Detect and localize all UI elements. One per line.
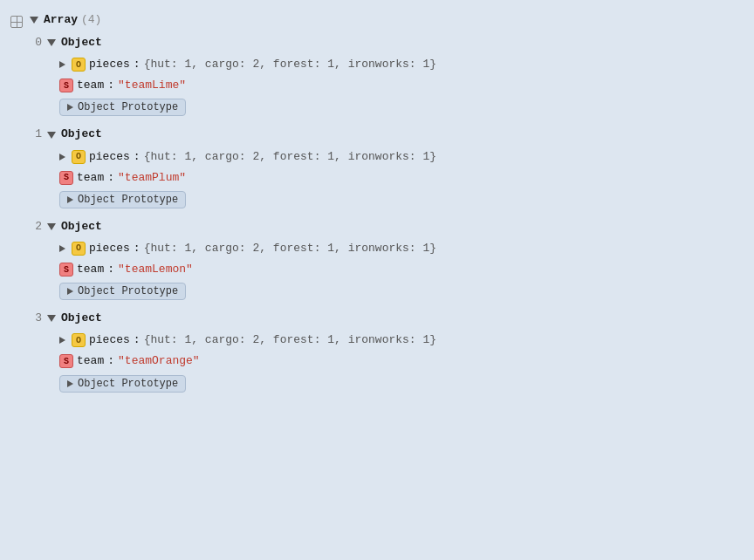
object-badge-3-pieces: O	[72, 333, 86, 347]
team-value-3: "teamOrange"	[118, 352, 200, 371]
array-header[interactable]: Array (4)	[10, 9, 744, 31]
prototype-btn-0[interactable]: Object Prototype	[59, 99, 186, 116]
prototype-btn-1[interactable]: Object Prototype	[59, 191, 186, 208]
proto-arrow-0	[67, 104, 73, 111]
object-header-2[interactable]: 2 Object	[28, 215, 744, 238]
string-badge-1-team: S	[59, 171, 73, 185]
index-2: 2	[28, 217, 42, 236]
team-key-0: team	[77, 76, 104, 95]
string-badge-0-team: S	[59, 79, 73, 92]
team-row-3: S team : "teamOrange"	[59, 351, 744, 372]
index-0: 0	[28, 33, 42, 52]
proto-arrow-1	[67, 196, 73, 203]
array-expand-icon[interactable]	[30, 17, 38, 24]
index-3: 3	[28, 309, 42, 328]
team-key-2: team	[77, 260, 104, 279]
pieces-value-2: {hut: 1, cargo: 2, forest: 1, ironworks:…	[144, 239, 436, 258]
object-0-expand-icon[interactable]	[47, 39, 56, 46]
prototype-btn-2[interactable]: Object Prototype	[59, 283, 186, 300]
object-block-3: 3 Object O pieces : {hut: 1, cargo: 2, f…	[28, 307, 744, 393]
pieces-key-1: pieces	[89, 147, 130, 167]
prototype-label-2: Object Prototype	[78, 285, 178, 297]
pieces-row-2: O pieces : {hut: 1, cargo: 2, forest: 1,…	[59, 238, 744, 259]
array-label: Array	[44, 10, 78, 30]
pieces-value-0: {hut: 1, cargo: 2, forest: 1, ironworks:…	[144, 55, 436, 74]
pieces-key-3: pieces	[89, 331, 130, 350]
pieces-0-expand[interactable]	[59, 61, 65, 68]
prototype-label-3: Object Prototype	[78, 378, 178, 390]
team-row-1: S team : "teamPlum"	[59, 167, 744, 188]
object-header-3[interactable]: 3 Object	[28, 307, 744, 330]
proto-arrow-3	[67, 380, 73, 387]
pieces-row-0: O pieces : {hut: 1, cargo: 2, forest: 1,…	[59, 54, 744, 75]
string-badge-3-team: S	[59, 354, 73, 368]
proto-arrow-2	[67, 288, 73, 295]
object-2-label: Object	[61, 217, 102, 236]
object-badge-1-pieces: O	[72, 150, 86, 164]
team-row-2: S team : "teamLemon"	[59, 259, 744, 280]
pieces-value-3: {hut: 1, cargo: 2, forest: 1, ironworks:…	[144, 331, 436, 350]
object-badge-2-pieces: O	[72, 242, 86, 256]
pieces-row-3: O pieces : {hut: 1, cargo: 2, forest: 1,…	[59, 330, 744, 351]
pieces-key-0: pieces	[89, 55, 130, 74]
grid-icon	[10, 16, 23, 28]
pieces-1-expand[interactable]	[59, 154, 65, 160]
prototype-label-0: Object Prototype	[78, 101, 178, 113]
object-1-label: Object	[61, 125, 102, 144]
object-block-1: 1 Object O pieces : {hut: 1, cargo: 2, f…	[28, 123, 744, 209]
object-3-label: Object	[61, 309, 102, 328]
prototype-btn-3[interactable]: Object Prototype	[59, 375, 186, 393]
object-header-0[interactable]: 0 Object	[28, 31, 744, 54]
prototype-label-1: Object Prototype	[78, 194, 178, 206]
object-0-label: Object	[61, 33, 102, 52]
array-count: (4)	[81, 10, 101, 30]
object-block-2: 2 Object O pieces : {hut: 1, cargo: 2, f…	[28, 215, 744, 302]
tree-root: Array (4) 0 Object O pieces : {hut: 1, c…	[10, 9, 744, 394]
object-header-1[interactable]: 1 Object	[28, 123, 744, 146]
pieces-row-1: O pieces : {hut: 1, cargo: 2, forest: 1,…	[59, 147, 744, 167]
pieces-2-expand[interactable]	[59, 245, 65, 252]
pieces-3-expand[interactable]	[59, 337, 65, 344]
team-value-2: "teamLemon"	[118, 260, 193, 279]
team-row-0: S team : "teamLime"	[59, 75, 744, 96]
team-value-0: "teamLime"	[118, 76, 186, 95]
team-value-1: "teamPlum"	[118, 168, 186, 188]
string-badge-2-team: S	[59, 263, 73, 277]
object-1-expand-icon[interactable]	[47, 132, 56, 139]
object-badge-0-pieces: O	[72, 58, 86, 72]
object-3-expand-icon[interactable]	[47, 315, 56, 322]
team-key-3: team	[77, 352, 104, 371]
pieces-value-1: {hut: 1, cargo: 2, forest: 1, ironworks:…	[144, 147, 436, 167]
object-block-0: 0 Object O pieces : {hut: 1, cargo: 2, f…	[28, 31, 744, 118]
team-key-1: team	[77, 168, 104, 188]
pieces-key-2: pieces	[89, 239, 130, 258]
index-1: 1	[28, 125, 42, 144]
object-2-expand-icon[interactable]	[47, 223, 56, 230]
